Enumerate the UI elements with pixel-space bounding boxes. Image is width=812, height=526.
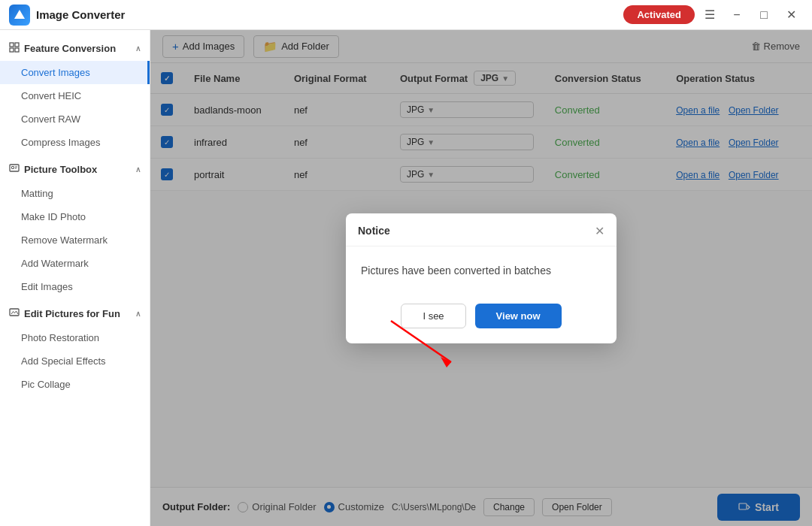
titlebar-right: Activated ☰ − □ ✕ <box>623 3 803 27</box>
svg-rect-1 <box>10 43 14 47</box>
sidebar-item-matting[interactable]: Matting <box>0 182 150 205</box>
sidebar-section-label-feature-conversion: Feature Conversion <box>24 43 116 54</box>
sidebar-section-feature-conversion: Feature Conversion ∧ Convert Images Conv… <box>0 36 150 154</box>
sidebar-item-convert-images[interactable]: Convert Images <box>0 61 150 84</box>
sidebar-item-make-id-photo[interactable]: Make ID Photo <box>0 205 150 228</box>
edit-pictures-icon <box>9 307 20 320</box>
i-see-button[interactable]: I see <box>401 304 465 328</box>
sidebar-item-remove-watermark[interactable]: Remove Watermark <box>0 228 150 252</box>
sidebar-item-add-watermark[interactable]: Add Watermark <box>0 252 150 275</box>
sidebar-section-label-picture-toolbox: Picture Toolbox <box>24 164 97 175</box>
dialog-close-button[interactable]: ✕ <box>595 224 604 238</box>
dialog-header: Notice ✕ <box>346 213 617 246</box>
sidebar-item-edit-images[interactable]: Edit Images <box>0 275 150 298</box>
sidebar-item-compress-images[interactable]: Compress Images <box>0 131 150 154</box>
sidebar-section-edit-pictures-for-fun: Edit Pictures for Fun ∧ Photo Restoratio… <box>0 301 150 396</box>
sidebar-item-add-special-effects[interactable]: Add Special Effects <box>0 349 150 373</box>
picture-toolbox-chevron: ∧ <box>135 165 141 174</box>
sidebar-section-header-edit-pictures[interactable]: Edit Pictures for Fun ∧ <box>0 301 150 326</box>
svg-marker-12 <box>441 357 451 367</box>
content-area: + Add Images 📁 Add Folder 🗑 Remove <box>150 30 812 526</box>
close-button[interactable]: ✕ <box>779 3 803 27</box>
notice-dialog: Notice ✕ Pictures have been converted in… <box>346 213 617 343</box>
main-layout: Feature Conversion ∧ Convert Images Conv… <box>0 30 812 526</box>
svg-rect-6 <box>12 167 14 169</box>
titlebar: Image Converter Activated ☰ − □ ✕ <box>0 0 812 30</box>
app-title: Image Converter <box>36 8 125 21</box>
view-now-button[interactable]: View now <box>475 304 562 328</box>
svg-rect-2 <box>15 43 19 47</box>
sidebar-section-header-picture-toolbox[interactable]: Picture Toolbox ∧ <box>0 157 150 182</box>
dialog-footer: I see View now <box>346 295 617 343</box>
dialog-overlay: Notice ✕ Pictures have been converted in… <box>150 30 812 526</box>
minimize-button[interactable]: − <box>725 3 749 27</box>
sidebar: Feature Conversion ∧ Convert Images Conv… <box>0 30 150 526</box>
sidebar-item-photo-restoration[interactable]: Photo Restoration <box>0 326 150 349</box>
app-logo <box>9 5 30 26</box>
titlebar-left: Image Converter <box>9 5 125 26</box>
activated-badge: Activated <box>623 5 695 24</box>
sidebar-item-convert-raw[interactable]: Convert RAW <box>0 107 150 131</box>
sidebar-section-header-feature-conversion[interactable]: Feature Conversion ∧ <box>0 36 150 61</box>
dialog-title: Notice <box>358 225 390 237</box>
sidebar-item-pic-collage[interactable]: Pic Collage <box>0 373 150 396</box>
sidebar-item-convert-heic[interactable]: Convert HEIC <box>0 84 150 107</box>
menu-button[interactable]: ☰ <box>698 3 722 27</box>
sidebar-section-picture-toolbox: Picture Toolbox ∧ Matting Make ID Photo … <box>0 157 150 298</box>
dialog-message: Pictures have been converted in batches <box>361 265 551 277</box>
edit-pictures-chevron: ∧ <box>135 310 141 318</box>
svg-rect-4 <box>15 48 19 52</box>
sidebar-section-label-edit-pictures: Edit Pictures for Fun <box>24 308 120 319</box>
dialog-body: Pictures have been converted in batches <box>346 246 617 295</box>
picture-toolbox-icon <box>9 163 20 176</box>
svg-marker-0 <box>14 10 25 19</box>
svg-rect-3 <box>10 48 14 52</box>
feature-conversion-chevron: ∧ <box>135 44 141 53</box>
maximize-button[interactable]: □ <box>752 3 776 27</box>
feature-conversion-icon <box>9 42 20 55</box>
